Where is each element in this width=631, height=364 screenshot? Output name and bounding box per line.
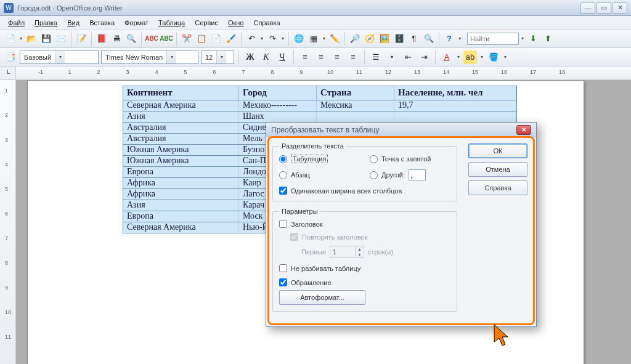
show-draw-button[interactable]: ✏️ [328,32,341,46]
paragraph-style-combo[interactable]: Базовый ▾ [20,51,99,64]
window-minimize-button[interactable]: — [580,2,595,14]
undo-dropdown[interactable]: ▾ [259,32,264,46]
find-replace-button[interactable]: 🔎 [348,32,362,46]
align-center-button[interactable]: ≡ [314,51,328,64]
highlight-dropdown[interactable]: ▾ [479,51,484,64]
bgcolor-button[interactable]: 🪣 [487,51,500,64]
cut-button[interactable]: ✂️ [180,32,193,46]
bold-button[interactable]: Ж [243,51,257,64]
find-prev-button[interactable]: ⬆ [541,32,555,46]
menu-format[interactable]: Формат [120,18,153,28]
menu-edit[interactable]: Правка [30,18,62,28]
align-left-button[interactable]: ≡ [298,51,312,64]
check-border[interactable]: Обрамление [279,278,450,286]
menu-view[interactable]: Вид [63,18,84,28]
ok-button[interactable]: ОК [468,144,527,158]
insert-table-dropdown[interactable]: ▾ [322,32,327,46]
menu-help[interactable]: Справка [249,18,284,28]
export-pdf-button[interactable]: 📕 [95,32,108,46]
radio-tab-input[interactable] [279,155,287,163]
vertical-ruler[interactable]: 1234567891011 [0,80,16,364]
insert-table-button[interactable]: ▦ [307,32,320,46]
save-button[interactable]: 💾 [39,32,53,46]
other-separator-input[interactable] [409,169,426,180]
cancel-button[interactable]: Отмена [468,162,527,177]
numbered-list-button[interactable]: ☰ [369,51,383,64]
bgcolor-dropdown[interactable]: ▾ [503,51,508,64]
font-size-dropdown[interactable]: ▾ [216,51,226,63]
copy-button[interactable]: 📋 [195,32,208,46]
radio-tab[interactable]: Табуляция [279,155,360,163]
bullet-list-button[interactable]: • [385,51,399,64]
new-doc-button[interactable]: 📄 [4,32,17,46]
font-name-dropdown[interactable]: ▾ [166,51,176,63]
dialog-close-button[interactable]: ✕ [516,125,531,135]
font-name-combo[interactable]: Times New Roman ▾ [101,51,198,64]
radio-other-input[interactable] [370,171,378,179]
menu-insert[interactable]: Вставка [85,18,119,28]
find-next-button[interactable]: ⬇ [526,32,540,46]
table-cell: Африка [123,178,239,188]
autoformat-button[interactable]: Автоформат... [279,290,365,305]
spellcheck-button[interactable]: ABC [145,32,158,46]
horizontal-ruler[interactable]: -1123456789101112131415161718 [16,67,631,79]
font-color-button[interactable]: A [440,51,454,64]
radio-paragraph-input[interactable] [279,171,287,179]
window-restore-button[interactable]: ▭ [596,2,611,14]
print-button[interactable]: 🖶 [110,32,123,46]
window-close-button[interactable]: ✕ [613,2,627,14]
zoom-button[interactable]: 🔍 [422,32,436,46]
check-border-input[interactable] [279,278,287,286]
format-paintbrush-button[interactable]: 🖌️ [224,32,238,46]
open-button[interactable]: 📂 [25,32,38,46]
datasources-button[interactable]: 🗄️ [393,32,406,46]
italic-button[interactable]: К [259,51,273,64]
edit-mode-button[interactable]: 📝 [75,32,88,46]
paragraph-style-dropdown[interactable]: ▾ [55,51,65,63]
hyperlink-button[interactable]: 🌐 [292,32,306,46]
radio-paragraph[interactable]: Абзац [279,171,360,179]
font-size-combo[interactable]: 12 ▾ [201,51,234,64]
radio-other[interactable]: Другой: [370,171,405,179]
gallery-button[interactable]: 🖼️ [378,32,391,46]
menu-tools[interactable]: Сервис [190,18,222,28]
check-equal-width-input[interactable] [279,187,287,195]
new-doc-dropdown[interactable]: ▾ [18,32,23,46]
check-no-split[interactable]: Не разбивать таблицу [279,264,450,272]
redo-button[interactable]: ↷ [266,32,279,46]
help-label: Справка [484,184,511,192]
menu-file[interactable]: Файл [4,18,29,28]
menu-table[interactable]: Таблица [154,18,189,28]
print-preview-button[interactable]: 🔍 [124,32,138,46]
check-header-input[interactable] [279,220,287,228]
redo-dropdown[interactable]: ▾ [280,32,285,46]
mail-button[interactable]: ✉️ [54,32,68,46]
undo-button[interactable]: ↶ [245,32,258,46]
check-no-split-input[interactable] [279,264,287,272]
dialog-titlebar[interactable]: Преобразовать текст в таблицу ✕ [266,123,536,137]
separator [241,32,242,46]
navigator-button[interactable]: 🧭 [363,32,377,46]
align-justify-button[interactable]: ≡ [346,51,360,64]
find-dropdown[interactable]: ▾ [520,32,525,46]
toolbar-overflow[interactable]: ▾ [457,32,462,46]
decrease-indent-button[interactable]: ⇤ [401,51,415,64]
help-button[interactable]: Справка [468,180,527,195]
autospellcheck-button[interactable]: ABC [160,32,173,46]
radio-semicolon-input[interactable] [370,155,378,163]
paste-button[interactable]: 📄 [210,32,223,46]
increase-indent-button[interactable]: ⇥ [417,51,431,64]
help-button[interactable]: ? [442,32,456,46]
find-input[interactable] [467,33,519,45]
align-right-button[interactable]: ≡ [330,51,344,64]
check-equal-width[interactable]: Одинаковая ширина всех столбцов [279,187,450,195]
check-header[interactable]: Заголовок [279,220,450,228]
font-color-dropdown[interactable]: ▾ [456,51,461,64]
styles-dialog-button[interactable]: 📑 [4,51,17,64]
menu-window[interactable]: Окно [224,18,248,28]
radio-semicolon[interactable]: Точка с запятой [370,155,450,163]
underline-button[interactable]: Ч [275,51,289,64]
highlight-button[interactable]: ab [463,51,477,64]
nonprinting-button[interactable]: ¶ [407,32,421,46]
check-repeat-header-input [290,233,298,241]
